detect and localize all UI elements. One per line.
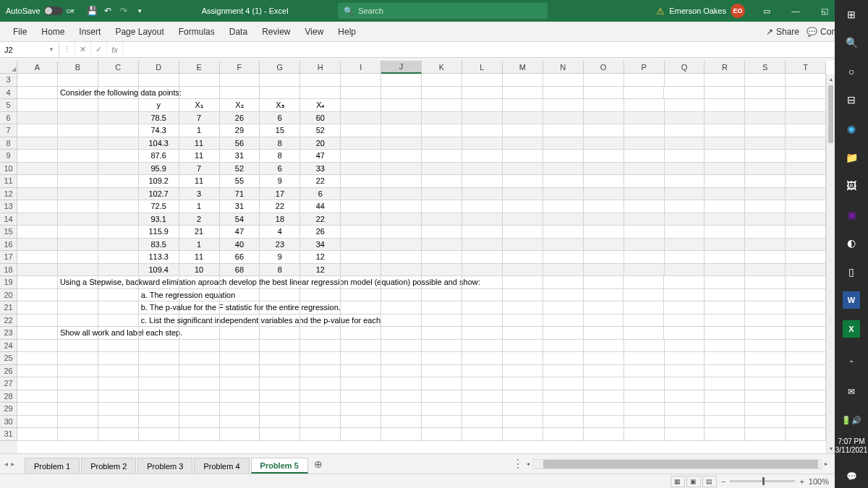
save-icon[interactable]: 💾 — [85, 4, 98, 17]
cell-P3[interactable] — [624, 74, 665, 87]
cell-P5[interactable] — [624, 99, 665, 112]
cell-O9[interactable] — [584, 150, 624, 163]
ribbon-tab-formulas[interactable]: Formulas — [171, 22, 222, 41]
cell-H10[interactable]: 33 — [300, 163, 341, 176]
cell-E26[interactable] — [179, 365, 220, 378]
cell-B31[interactable] — [58, 428, 98, 441]
zoom-slider[interactable] — [730, 480, 795, 482]
cell-G18[interactable]: 8 — [260, 264, 300, 277]
cell-L3[interactable] — [462, 74, 503, 87]
explorer-icon[interactable]: 📁 — [840, 146, 863, 169]
cell-C21[interactable] — [98, 301, 139, 314]
cell-A25[interactable] — [17, 352, 58, 365]
cell-L23[interactable] — [462, 327, 503, 340]
sheet-tab-problem-2[interactable]: Problem 2 — [81, 458, 136, 474]
cell-I27[interactable] — [341, 377, 381, 390]
cell-H23[interactable] — [300, 327, 341, 340]
cell-I25[interactable] — [341, 352, 381, 365]
cell-R6[interactable] — [705, 112, 745, 125]
cell-T12[interactable] — [786, 188, 826, 201]
cell-T21[interactable] — [786, 301, 826, 314]
cell-K31[interactable] — [422, 428, 462, 441]
row-header-31[interactable]: 31 — [0, 428, 17, 441]
cell-R21[interactable] — [705, 301, 745, 314]
cell-P19[interactable] — [624, 276, 664, 289]
cell-R17[interactable] — [705, 251, 745, 264]
cell-L14[interactable] — [462, 213, 503, 226]
row-header-16[interactable]: 16 — [0, 239, 17, 252]
cell-P29[interactable] — [624, 403, 665, 416]
cell-K30[interactable] — [422, 416, 462, 429]
cell-F9[interactable]: 31 — [220, 150, 260, 163]
cell-L30[interactable] — [462, 416, 503, 429]
cell-I14[interactable] — [341, 213, 381, 226]
cell-C17[interactable] — [98, 251, 139, 264]
cell-F25[interactable] — [220, 352, 260, 365]
cell-N8[interactable] — [543, 137, 584, 150]
cell-L19[interactable] — [462, 276, 503, 289]
cell-B3[interactable] — [58, 74, 98, 87]
cell-Q11[interactable] — [665, 175, 705, 188]
row-header-13[interactable]: 13 — [0, 200, 17, 213]
mail-icon[interactable]: ✉ — [840, 380, 863, 403]
cell-C27[interactable] — [98, 377, 139, 390]
cell-G25[interactable] — [260, 352, 300, 365]
scroll-right-icon[interactable]: ▸ — [823, 461, 829, 467]
onenote-icon[interactable]: ▣ — [840, 203, 863, 226]
cell-S30[interactable] — [745, 416, 786, 429]
cell-S18[interactable] — [745, 264, 786, 277]
cell-H29[interactable] — [300, 403, 341, 416]
cell-A6[interactable] — [17, 112, 58, 125]
cell-B4[interactable]: Consider the following data points: — [58, 87, 98, 100]
cell-F18[interactable]: 68 — [220, 264, 260, 277]
cell-M13[interactable] — [503, 200, 543, 213]
cell-E16[interactable]: 1 — [179, 239, 220, 252]
cell-O12[interactable] — [584, 188, 624, 201]
col-header-J[interactable]: J — [381, 61, 422, 74]
cell-N21[interactable] — [543, 301, 584, 314]
cell-I17[interactable] — [341, 251, 381, 264]
cell-H14[interactable]: 22 — [300, 213, 341, 226]
cell-L13[interactable] — [462, 200, 503, 213]
cell-P16[interactable] — [624, 239, 665, 252]
cell-H22[interactable] — [300, 314, 341, 328]
cell-C16[interactable] — [98, 239, 139, 252]
normal-view-icon[interactable]: ▦ — [671, 476, 685, 487]
cell-H27[interactable] — [300, 377, 341, 390]
cell-B6[interactable] — [58, 112, 98, 125]
col-header-F[interactable]: F — [220, 61, 260, 74]
cell-R12[interactable] — [705, 188, 745, 201]
cell-B26[interactable] — [58, 365, 98, 378]
cell-G31[interactable] — [260, 428, 300, 441]
cell-B25[interactable] — [58, 352, 98, 365]
cell-T25[interactable] — [786, 352, 826, 365]
cell-J4[interactable] — [381, 87, 422, 100]
cell-M25[interactable] — [503, 352, 543, 365]
row-header-25[interactable]: 25 — [0, 352, 17, 365]
cell-G22[interactable] — [260, 314, 300, 328]
cell-S28[interactable] — [745, 390, 786, 403]
cell-P13[interactable] — [624, 200, 665, 213]
cell-N17[interactable] — [543, 251, 584, 264]
enter-icon[interactable]: ✓ — [91, 42, 107, 57]
start-icon[interactable]: ⊞ — [840, 3, 863, 26]
cell-A14[interactable] — [17, 213, 58, 226]
sheet-tab-problem-1[interactable]: Problem 1 — [25, 458, 80, 474]
cell-G7[interactable]: 15 — [260, 124, 300, 137]
cell-H28[interactable] — [300, 390, 341, 403]
cell-L7[interactable] — [462, 124, 503, 137]
cell-K24[interactable] — [422, 340, 462, 353]
cell-E24[interactable] — [179, 340, 220, 353]
cell-F15[interactable]: 47 — [220, 226, 260, 239]
battery-icon[interactable]: 🔋🔊 — [840, 409, 863, 432]
cell-J7[interactable] — [381, 124, 422, 137]
cell-K8[interactable] — [422, 137, 462, 150]
cell-E13[interactable]: 1 — [179, 200, 220, 213]
cell-D21[interactable]: b. The p-value for the F statistic for t… — [139, 301, 179, 314]
cell-T11[interactable] — [786, 175, 826, 188]
cell-A23[interactable] — [17, 327, 58, 340]
cell-T14[interactable] — [786, 213, 826, 226]
cell-O6[interactable] — [584, 112, 624, 125]
cell-F7[interactable]: 29 — [220, 124, 260, 137]
cell-D18[interactable]: 109.4 — [139, 264, 179, 277]
